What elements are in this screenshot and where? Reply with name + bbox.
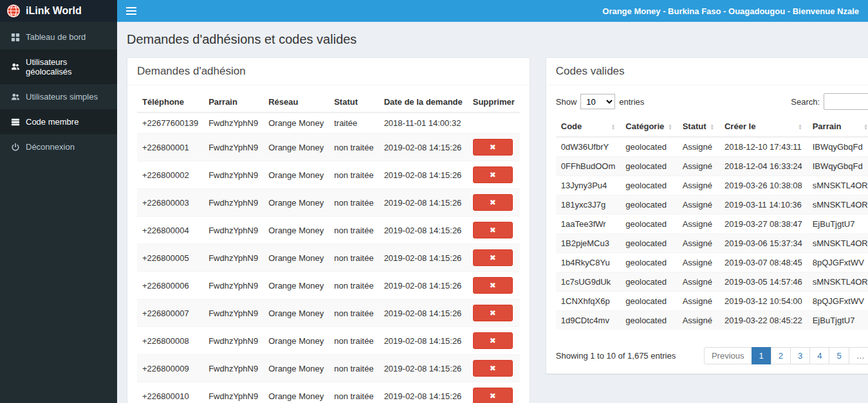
code-parrain: sMNSKTL4OR (808, 234, 868, 253)
request-date: 2018-11-01 14:00:32 (379, 112, 468, 134)
delete-x-icon: ✖ (490, 281, 496, 290)
request-network: Orange Money (263, 272, 329, 300)
code-row: 0dW36UfbrY geolocated Assigné 2018-12-10… (556, 137, 868, 157)
request-phone: +226800006 (137, 272, 203, 300)
search-input[interactable] (824, 93, 868, 110)
show-label: Show (556, 97, 577, 107)
code-parrain: 8pQJGFxtWV (808, 292, 868, 311)
code-status: Assigné (678, 311, 719, 330)
code-parrain: IBWqyGbqFd (808, 157, 868, 176)
col-parrain[interactable]: Parrain (808, 116, 868, 137)
delete-request-button[interactable]: ✖ (473, 194, 513, 211)
request-row: +226800004 FwdhzYphN9 Orange Money non t… (137, 217, 520, 244)
code-row: 1d9CDtc4mv geolocated Assigné 2019-03-22… (556, 311, 868, 330)
datatable-controls: Show 10 entries Search: (546, 85, 868, 116)
menu-toggle-icon[interactable] (117, 0, 145, 22)
request-parrain: FwdhzYphN9 (203, 189, 263, 217)
code-parrain: sMNSKTL4OR (808, 176, 868, 195)
code-category: geolocated (620, 137, 677, 157)
sort-icon (611, 123, 615, 130)
request-status: traitée (329, 112, 378, 134)
request-date: 2019-02-08 14:15:26 (379, 272, 468, 300)
request-parrain: FwdhzYphN9 (203, 355, 263, 382)
request-status: non traitée (329, 382, 378, 403)
request-phone: +226800002 (137, 161, 203, 189)
code-category: geolocated (620, 311, 677, 330)
code-row: 0FFhBudOOm geolocated Assigné 2018-12-04… (556, 157, 868, 176)
pagination-previous[interactable]: Previous (704, 347, 752, 364)
code-value: 0dW36UfbrY (556, 137, 621, 157)
delete-request-button[interactable]: ✖ (473, 388, 513, 403)
delete-x-icon: ✖ (490, 170, 496, 179)
code-status: Assigné (678, 292, 719, 311)
request-phone: +226800008 (137, 327, 203, 355)
code-row: 1B2pjeMCu3 geolocated Assigné 2019-03-06… (556, 234, 868, 253)
pagination-page-1[interactable]: 1 (752, 347, 771, 364)
sidebar-item-label: Déconnexion (26, 142, 75, 152)
code-created: 2019-03-27 08:38:47 (719, 215, 808, 234)
pagination-page-5[interactable]: 5 (829, 347, 849, 364)
request-status: non traitée (329, 300, 378, 327)
request-phone: +226800005 (137, 244, 203, 272)
col-categorie[interactable]: Catégorie (620, 116, 677, 137)
sidebar-item-dashboard[interactable]: Tableau de bord (0, 24, 117, 49)
delete-x-icon: ✖ (490, 226, 496, 235)
delete-request-button[interactable]: ✖ (473, 305, 513, 321)
list-icon (11, 118, 20, 127)
request-status: non traitée (329, 134, 378, 161)
request-network: Orange Money (263, 134, 329, 161)
delete-request-button[interactable]: ✖ (473, 277, 513, 294)
request-action-cell: ✖ (468, 382, 520, 403)
pagination-page-2[interactable]: 2 (771, 347, 791, 364)
pagination-page-4[interactable]: 4 (810, 347, 829, 364)
code-value: 0FFhBudOOm (556, 157, 621, 176)
code-row: 181yxc3J7g geolocated Assigné 2019-03-11… (556, 195, 868, 215)
request-action-cell: ✖ (468, 217, 520, 244)
delete-request-button[interactable]: ✖ (473, 222, 513, 238)
delete-x-icon: ✖ (490, 143, 496, 152)
delete-x-icon: ✖ (490, 364, 496, 373)
page-title: Demandes d'adhésions et codes valides (127, 32, 858, 47)
col-creer-le[interactable]: Créer le (719, 116, 808, 137)
brand[interactable]: iLink World (0, 0, 117, 22)
code-parrain: sMNSKTL4OR (808, 195, 868, 215)
sidebar-item-utilisateurs-geolocalises[interactable]: Utilisateurs géolocalisés (0, 49, 117, 84)
sort-icon (863, 123, 867, 130)
sort-icon (798, 123, 802, 130)
sidebar-item-label: Utilisateurs géolocalisés (26, 57, 108, 76)
request-status: non traitée (329, 217, 378, 244)
code-status: Assigné (678, 234, 719, 253)
main-content: Demandes d'adhésions et codes valides De… (117, 22, 868, 403)
page-length-select[interactable]: 10 (580, 94, 615, 109)
pagination-page-3[interactable]: 3 (791, 347, 810, 364)
delete-request-button[interactable]: ✖ (473, 360, 513, 377)
delete-request-button[interactable]: ✖ (473, 139, 513, 156)
delete-x-icon: ✖ (490, 336, 496, 345)
delete-request-button[interactable]: ✖ (473, 249, 513, 266)
code-created: 2019-03-07 08:48:45 (719, 253, 808, 273)
request-status: non traitée (329, 272, 378, 300)
delete-request-button[interactable]: ✖ (473, 166, 513, 183)
col-statut[interactable]: Statut (678, 116, 719, 137)
request-action-cell: ✖ (468, 189, 520, 217)
request-date: 2019-02-08 14:15:26 (379, 327, 468, 355)
requests-table-body: +22677600139 FwdhzYphN9 Orange Money tra… (137, 112, 520, 403)
request-row: +22677600139 FwdhzYphN9 Orange Money tra… (137, 112, 520, 134)
delete-request-button[interactable]: ✖ (473, 332, 513, 349)
sidebar-item-utilisateurs-simples[interactable]: Utilisateurs simples (0, 84, 117, 109)
request-network: Orange Money (263, 355, 329, 382)
requests-panel-title: Demandes d'adhésion (127, 58, 530, 85)
col-code[interactable]: Code (556, 116, 621, 137)
request-status: non traitée (329, 327, 378, 355)
sort-icon (710, 123, 714, 130)
code-created: 2019-03-05 14:57:46 (719, 273, 808, 292)
code-category: geolocated (620, 273, 677, 292)
request-phone: +226800010 (137, 382, 203, 403)
code-status: Assigné (678, 215, 719, 234)
sidebar-item-deconnexion[interactable]: Déconnexion (0, 134, 117, 159)
users-icon (11, 62, 20, 71)
col-date-demande: Date de la demande (379, 92, 468, 112)
sidebar-item-code-membre[interactable]: Code membre (0, 109, 117, 134)
request-network: Orange Money (263, 382, 329, 403)
code-parrain: EjBuTjgtU7 (808, 215, 868, 234)
